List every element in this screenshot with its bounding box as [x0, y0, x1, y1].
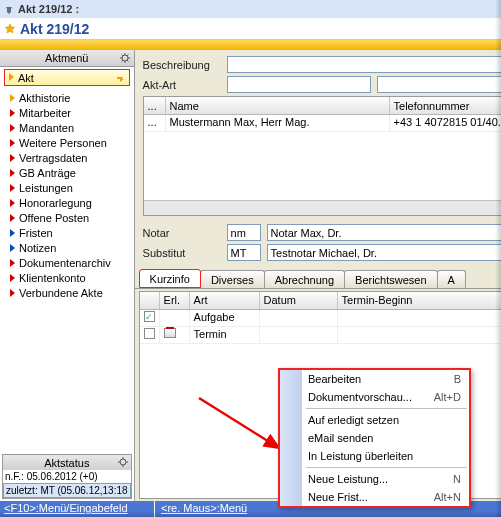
sidebar-item[interactable]: Leistungen — [4, 180, 130, 195]
tab-abrechnung[interactable]: Abrechnung — [264, 270, 345, 288]
col-terminbeginn[interactable]: Termin-Beginn — [338, 292, 501, 309]
sub-titlebar: Akt 219/12 — [0, 18, 501, 40]
col-erl[interactable]: Erl. — [160, 292, 190, 309]
sidebar-item[interactable]: Mandanten — [4, 120, 130, 135]
menu-item[interactable]: Dokumentvorschau...Alt+D — [280, 388, 469, 406]
chevron-right-icon — [10, 94, 15, 102]
status-line-2: zuletzt: MT (05.06.12,13:18 — [3, 483, 131, 498]
col-name[interactable]: Name — [166, 97, 390, 114]
label-notar: Notar — [143, 227, 221, 239]
menu-item[interactable]: In Leistung überleiten — [280, 447, 469, 465]
menu-item[interactable]: Auf erledigt setzen — [280, 411, 469, 429]
accent-strip — [0, 40, 501, 50]
calendar-icon — [164, 328, 176, 338]
sidebar-item[interactable]: Weitere Personen — [4, 135, 130, 150]
sidebar-item[interactable]: Offene Posten — [4, 210, 130, 225]
sidebar-item[interactable]: Mitarbeiter — [4, 105, 130, 120]
tab-diverses[interactable]: Diverses — [200, 270, 265, 288]
cell-dots: ... — [144, 115, 166, 131]
sidebar-item[interactable]: Klientenkonto — [4, 270, 130, 285]
col-check[interactable] — [140, 292, 160, 309]
sidebar-title: Aktmenü — [45, 52, 88, 64]
checkbox[interactable] — [144, 328, 155, 339]
input-aktart-desc[interactable] — [377, 76, 501, 93]
checkbox[interactable] — [144, 311, 155, 322]
sidebar-item-label: Klientenkonto — [19, 272, 86, 284]
menu-shortcut: B — [454, 373, 461, 385]
sidebar-item[interactable]: Vertragsdaten — [4, 150, 130, 165]
chevron-right-icon — [10, 289, 15, 297]
cell-check — [140, 310, 160, 326]
sidebar-item[interactable]: Dokumentenarchiv — [4, 255, 130, 270]
sidebar-item-label: Weitere Personen — [19, 137, 107, 149]
tab-kurzinfo[interactable]: Kurzinfo — [139, 269, 201, 288]
menu-separator — [306, 408, 467, 409]
cell-datum — [260, 327, 338, 343]
gear-icon[interactable] — [117, 456, 129, 468]
table-row[interactable]: Termin — [140, 327, 501, 344]
menu-shortcut: Alt+D — [434, 391, 461, 403]
sidebar-item-label: Leistungen — [19, 182, 73, 194]
record-title: Akt 219/12 — [20, 21, 89, 37]
gear-icon[interactable] — [119, 52, 131, 64]
cell-erl — [160, 327, 190, 343]
chevron-right-icon — [10, 244, 15, 252]
input-aktart[interactable] — [227, 76, 371, 93]
tabbar: KurzinfoDiversesAbrechnungBerichtswesenA — [135, 268, 501, 289]
input-beschreibung[interactable] — [227, 56, 501, 73]
chevron-right-icon — [10, 124, 15, 132]
cell-name: Mustermann Max, Herr Mag. — [166, 115, 390, 131]
scrollbar-horizontal[interactable] — [144, 200, 501, 215]
status-header: Aktstatus — [3, 455, 131, 470]
menu-label: Bearbeiten — [308, 373, 361, 385]
label-aktart: Akt-Art — [143, 79, 221, 91]
menu-item[interactable]: Neue Leistung...N — [280, 470, 469, 488]
menu-item[interactable]: eMail senden — [280, 429, 469, 447]
chevron-right-icon — [10, 169, 15, 177]
sidebar-item[interactable]: Honorarlegung — [4, 195, 130, 210]
sidebar-item-label: Offene Posten — [19, 212, 89, 224]
sidebar-item-label: Notizen — [19, 242, 56, 254]
status-title: Aktstatus — [44, 457, 89, 469]
person-table: ... Name Telefonnummer ...Mustermann Max… — [143, 96, 501, 216]
substitut-name[interactable]: Testnotar Michael, Dr. — [267, 244, 501, 261]
sidebar-item-label: Dokumentenarchiv — [19, 257, 111, 269]
tab-a[interactable]: A — [437, 270, 466, 288]
sidebar-item[interactable]: Akthistorie — [4, 90, 130, 105]
sidebar-header: Aktmenü — [0, 50, 134, 67]
col-datum[interactable]: Datum — [260, 292, 338, 309]
sidebar-item-label: Akt — [18, 72, 34, 84]
cell-check — [140, 327, 160, 343]
table-row[interactable]: ...Mustermann Max, Herr Mag.+43 1 407281… — [144, 115, 501, 132]
sidebar-item[interactable]: GB Anträge — [4, 165, 130, 180]
sidebar-item[interactable]: Notizen — [4, 240, 130, 255]
sidebar-item[interactable]: Fristen — [4, 225, 130, 240]
substitut-code[interactable]: MT — [227, 244, 261, 261]
sidebar-item-label: Verbundene Akte — [19, 287, 103, 299]
cell-art: Aufgabe — [190, 310, 260, 326]
col-art[interactable]: Art — [190, 292, 260, 309]
chevron-right-icon — [10, 199, 15, 207]
tab-berichtswesen[interactable]: Berichtswesen — [344, 270, 438, 288]
chevron-right-icon — [10, 259, 15, 267]
notar-name[interactable]: Notar Max, Dr. — [267, 224, 501, 241]
cell-tel: +43 1 4072815 01/40... 1 — [390, 115, 501, 131]
chevron-right-icon — [10, 109, 15, 117]
cell-datum — [260, 310, 338, 326]
menu-shortcut: N — [453, 473, 461, 485]
notar-code[interactable]: nm — [227, 224, 261, 241]
star-icon[interactable] — [4, 23, 16, 35]
table-row[interactable]: Aufgabe — [140, 310, 501, 327]
menu-item[interactable]: Neue Frist...Alt+N — [280, 488, 469, 506]
form-area: Beschreibung Akt-Art ... Name Telefonnum… — [135, 50, 501, 220]
label-beschreibung: Beschreibung — [143, 59, 221, 71]
menu-item[interactable]: BearbeitenB — [280, 370, 469, 388]
chevron-right-icon — [9, 73, 14, 81]
col-tel[interactable]: Telefonnummer — [390, 97, 501, 114]
col-dots[interactable]: ... — [144, 97, 166, 114]
sidebar-item-label: Mitarbeiter — [19, 107, 71, 119]
chevron-right-icon — [10, 184, 15, 192]
menu-label: Dokumentvorschau... — [308, 391, 412, 403]
sidebar-item[interactable]: Verbundene Akte — [4, 285, 130, 300]
sidebar-item-akt[interactable]: Akt — [4, 69, 130, 86]
